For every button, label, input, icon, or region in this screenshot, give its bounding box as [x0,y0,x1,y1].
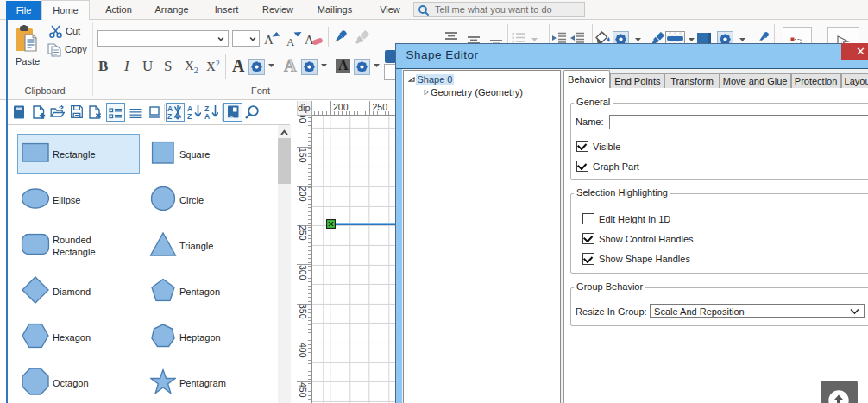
svg-text:Z: Z [187,112,192,120]
svg-text:A: A [204,112,210,120]
svg-text:Z: Z [167,112,172,120]
